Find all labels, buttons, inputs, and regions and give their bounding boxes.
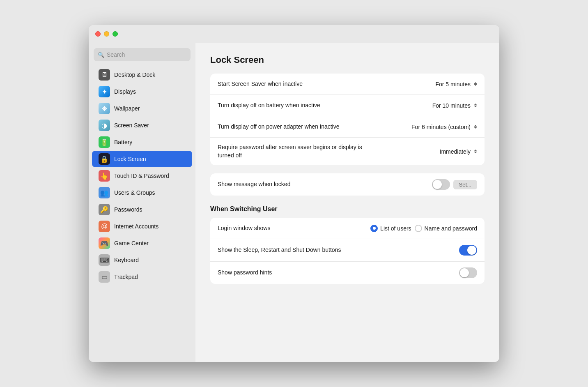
sidebar-items-list: 🖥Desktop & Dock✦Displays❋Wallpaper◑Scree… [89, 66, 195, 286]
display-off-battery-row: Turn display off on battery when inactiv… [210, 95, 485, 116]
show-message-label: Show message when locked [218, 180, 290, 189]
sidebar-item-passwords-label: Passwords [114, 206, 142, 213]
display-off-power-control[interactable]: For 6 minutes (custom) [411, 124, 477, 130]
radio-name-and-password-circle[interactable] [415, 225, 422, 232]
stepper-up-icon[interactable] [474, 82, 477, 84]
sleep-restart-shutdown-toggle[interactable] [459, 245, 477, 256]
sidebar-item-battery-label: Battery [114, 139, 132, 145]
require-password-stepper[interactable] [474, 150, 477, 153]
display-off-battery-label: Turn display off on battery when inactiv… [218, 101, 320, 110]
set-message-button[interactable]: Set... [453, 180, 477, 189]
sidebar-item-displays[interactable]: ✦Displays [92, 83, 192, 100]
minimize-button[interactable] [104, 31, 109, 37]
screen-saver-icon: ◑ [99, 120, 110, 131]
settings-group-display: Start Screen Saver when inactive For 5 m… [210, 74, 485, 165]
stepper-down-icon[interactable] [474, 106, 477, 107]
settings-group-message: Show message when locked Set... [210, 173, 485, 196]
screen-saver-inactive-stepper[interactable] [474, 82, 477, 86]
sidebar-item-touch-id[interactable]: 👆Touch ID & Password [92, 168, 192, 184]
sidebar-item-wallpaper[interactable]: ❋Wallpaper [92, 100, 192, 117]
internet-accounts-icon: @ [99, 221, 110, 232]
sidebar-item-battery[interactable]: 🔋Battery [92, 134, 192, 150]
radio-list-of-users[interactable]: List of users [370, 225, 411, 232]
display-off-power-label: Turn display off on power adapter when i… [218, 123, 340, 131]
password-hints-toggle[interactable] [459, 267, 477, 278]
require-password-row: Require password after screen saver begi… [210, 138, 485, 165]
stepper-up-icon[interactable] [474, 125, 477, 127]
touch-id-icon: 👆 [99, 170, 110, 182]
search-bar[interactable]: 🔍 [94, 48, 191, 61]
settings-group-switching: Login window shows List of users Name an… [210, 218, 485, 284]
keyboard-icon: ⌨ [99, 254, 110, 266]
users-groups-icon: 👥 [99, 187, 110, 198]
sidebar: 🔍 🖥Desktop & Dock✦Displays❋Wallpaper◑Scr… [89, 43, 195, 362]
screen-saver-inactive-value[interactable]: For 5 minutes [435, 81, 471, 88]
sidebar-item-screen-saver[interactable]: ◑Screen Saver [92, 117, 192, 134]
sidebar-item-trackpad[interactable]: ▭Trackpad [92, 269, 192, 285]
login-window-shows-control: List of users Name and password [370, 225, 477, 232]
stepper-down-icon[interactable] [474, 127, 477, 129]
sidebar-item-displays-label: Displays [114, 88, 136, 95]
lock-screen-icon: 🔒 [99, 153, 110, 165]
stepper-down-icon[interactable] [474, 84, 477, 86]
require-password-control[interactable]: Immediately [440, 148, 477, 155]
sidebar-item-users-groups-label: Users & Groups [114, 189, 155, 196]
require-password-label: Require password after screen saver begi… [218, 143, 373, 159]
sleep-restart-shutdown-row: Show the Sleep, Restart and Shut Down bu… [210, 239, 485, 262]
password-hints-control [459, 267, 477, 278]
sidebar-item-internet-accounts[interactable]: @Internet Accounts [92, 218, 192, 235]
maximize-button[interactable] [113, 31, 118, 37]
screen-saver-inactive-control[interactable]: For 5 minutes [435, 81, 477, 88]
require-password-value[interactable]: Immediately [440, 148, 471, 155]
display-off-battery-stepper[interactable] [474, 104, 477, 107]
display-off-power-row: Turn display off on power adapter when i… [210, 116, 485, 138]
login-window-shows-row: Login window shows List of users Name an… [210, 218, 485, 239]
stepper-down-icon[interactable] [474, 152, 477, 153]
password-hints-row: Show password hints [210, 262, 485, 284]
search-input[interactable] [107, 51, 186, 58]
stepper-up-icon[interactable] [474, 104, 477, 105]
sleep-restart-shutdown-label: Show the Sleep, Restart and Shut Down bu… [218, 246, 341, 254]
main-content: Lock Screen Start Screen Saver when inac… [195, 43, 499, 362]
sidebar-item-keyboard[interactable]: ⌨Keyboard [92, 252, 192, 268]
sidebar-item-desktop-dock[interactable]: 🖥Desktop & Dock [92, 67, 192, 83]
sidebar-item-touch-id-label: Touch ID & Password [114, 173, 169, 179]
stepper-up-icon[interactable] [474, 150, 477, 151]
game-center-icon: 🎮 [99, 237, 110, 249]
sleep-restart-shutdown-control [459, 245, 477, 256]
system-settings-window: 🔍 🖥Desktop & Dock✦Displays❋Wallpaper◑Scr… [89, 25, 499, 362]
screen-saver-inactive-row: Start Screen Saver when inactive For 5 m… [210, 74, 485, 95]
titlebar [89, 25, 499, 43]
sidebar-item-game-center[interactable]: 🎮Game Center [92, 235, 192, 251]
display-off-power-stepper[interactable] [474, 125, 477, 129]
sidebar-item-passwords[interactable]: 🔑Passwords [92, 201, 192, 218]
sidebar-item-screen-saver-label: Screen Saver [114, 122, 149, 129]
radio-name-and-password[interactable]: Name and password [415, 225, 477, 232]
login-window-shows-label: Login window shows [218, 224, 270, 233]
display-off-battery-control[interactable]: For 10 minutes [432, 102, 477, 109]
traffic-lights [95, 31, 118, 37]
when-switching-section-title: When Switching User [210, 205, 485, 213]
sidebar-item-game-center-label: Game Center [114, 240, 149, 246]
show-message-control: Set... [432, 179, 477, 190]
sidebar-item-users-groups[interactable]: 👥Users & Groups [92, 184, 192, 201]
wallpaper-icon: ❋ [99, 103, 110, 114]
display-off-power-value[interactable]: For 6 minutes (custom) [411, 124, 471, 130]
page-title: Lock Screen [210, 55, 485, 65]
sidebar-item-internet-accounts-label: Internet Accounts [114, 223, 158, 230]
sidebar-item-wallpaper-label: Wallpaper [114, 105, 140, 112]
radio-list-of-users-circle[interactable] [370, 225, 378, 232]
desktop-dock-icon: 🖥 [99, 69, 110, 81]
display-off-battery-value[interactable]: For 10 minutes [432, 102, 471, 109]
show-message-row: Show message when locked Set... [210, 173, 485, 196]
window-content: 🔍 🖥Desktop & Dock✦Displays❋Wallpaper◑Scr… [89, 43, 499, 362]
close-button[interactable] [95, 31, 101, 37]
show-message-toggle[interactable] [432, 179, 450, 190]
trackpad-icon: ▭ [99, 271, 110, 283]
sidebar-item-lock-screen[interactable]: 🔒Lock Screen [92, 151, 192, 167]
password-hints-label: Show password hints [218, 269, 272, 277]
sidebar-item-desktop-dock-label: Desktop & Dock [114, 71, 155, 78]
toggle-knob [460, 268, 469, 277]
passwords-icon: 🔑 [99, 204, 110, 215]
displays-icon: ✦ [99, 86, 110, 97]
